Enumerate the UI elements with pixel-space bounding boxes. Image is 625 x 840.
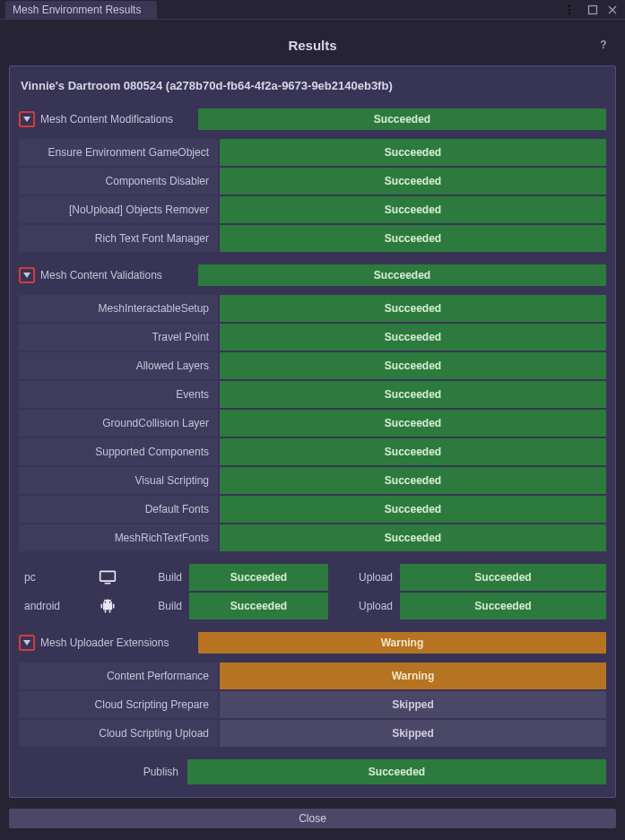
result-row: Default Fonts Succeeded [19,496,606,523]
row-label: Supported Components [19,438,218,465]
monitor-icon [89,564,126,591]
svg-point-10 [105,602,107,603]
build-label: Build [126,593,189,619]
window-maximize-icon[interactable] [586,3,600,17]
disclosure-icon[interactable] [19,267,35,283]
row-label: MeshRichTextFonts [19,524,218,551]
platform-row-pc: pc Build Succeeded Upload Succeeded [19,564,606,591]
row-label: [NoUpload] Objects Remover [19,196,218,223]
disclosure-icon[interactable] [19,635,35,651]
validations-items: MeshInteractableSetup Succeeded Travel P… [19,295,606,551]
section-modifications: Mesh Content Modifications Succeeded [19,108,606,130]
results-header: Results ? [9,38,616,53]
svg-rect-3 [589,5,597,13]
row-status: Succeeded [220,139,606,166]
row-label: Content Performance [19,662,218,689]
section-uploader: Mesh Uploader Extensions Warning [19,632,606,654]
uploader-items: Content Performance Warning Cloud Script… [19,662,606,747]
build-status: Succeeded [189,593,328,619]
row-status: Succeeded [220,524,606,551]
upload-status: Succeeded [400,593,606,619]
svg-marker-6 [23,117,30,122]
row-label: Allowed Layers [19,352,218,379]
result-row: GroundCollision Layer Succeeded [19,410,606,437]
row-label: Cloud Scripting Prepare [19,691,218,718]
row-label: Events [19,381,218,408]
row-label: Visual Scripting [19,467,218,494]
result-row: Components Disabler Succeeded [19,168,606,195]
row-label: Cloud Scripting Upload [19,720,218,747]
result-row: Travel Point Succeeded [19,324,606,351]
result-row: Cloud Scripting Prepare Skipped [19,691,606,718]
modifications-items: Ensure Environment GameObject Succeeded … [19,139,606,252]
row-status: Succeeded [220,196,606,223]
upload-label: Upload [339,593,400,619]
build-status: Succeeded [189,564,328,591]
svg-marker-18 [23,640,30,645]
window-close-icon[interactable] [605,3,620,17]
svg-point-0 [569,5,570,7]
svg-line-17 [110,600,112,602]
section-validations: Mesh Content Validations Succeeded [19,264,606,286]
section-label: Mesh Content Modifications [40,113,193,126]
window-menu-icon[interactable] [566,3,580,17]
platform-row-android: android Build Succeeded Upload Succeeded [19,593,606,619]
row-status: Succeeded [220,381,606,408]
section-label: Mesh Uploader Extensions [40,636,193,649]
result-row: Visual Scripting Succeeded [19,467,606,494]
row-status: Succeeded [220,438,606,465]
result-row: MeshRichTextFonts Succeeded [19,524,606,551]
row-status: Succeeded [220,467,606,494]
result-row: MeshInteractableSetup Succeeded [19,295,606,322]
result-row: [NoUpload] Objects Remover Succeeded [19,196,606,223]
close-button[interactable]: Close [9,809,616,828]
row-status: Succeeded [220,496,606,523]
svg-rect-9 [105,583,111,585]
row-status: Skipped [220,691,606,718]
row-status: Succeeded [220,295,606,322]
result-row: Rich Text Font Manager Succeeded [19,225,606,252]
section-status: Warning [198,632,606,654]
svg-point-1 [569,9,570,11]
results-box: Vinnie's Dartroom 080524 (a278b70d-fb64-… [9,65,616,798]
result-row: Supported Components Succeeded [19,438,606,465]
android-icon [89,593,126,619]
result-row: Content Performance Warning [19,662,606,689]
section-status: Succeeded [198,264,606,286]
row-status: Succeeded [220,225,606,252]
disclosure-icon[interactable] [19,111,35,127]
row-label: MeshInteractableSetup [19,295,218,322]
svg-rect-12 [101,604,103,609]
result-row: Events Succeeded [19,381,606,408]
platform-name: android [19,593,89,619]
row-label: Travel Point [19,324,218,351]
row-status: Succeeded [220,410,606,437]
publish-label: Publish [19,759,187,784]
row-status: Warning [220,662,606,689]
svg-line-16 [104,600,106,602]
publish-row: Publish Succeeded [19,759,606,784]
publish-status: Succeeded [187,759,606,784]
help-icon[interactable]: ? [596,38,611,52]
window-titlebar: Mesh Environment Results [0,0,625,20]
svg-rect-14 [105,610,107,612]
svg-marker-7 [23,273,30,278]
platform-name: pc [19,564,89,591]
window-title: Mesh Environment Results [5,1,157,19]
environment-name: Vinnie's Dartroom 080524 (a278b70d-fb64-… [19,77,606,100]
row-status: Succeeded [220,168,606,195]
row-label: GroundCollision Layer [19,410,218,437]
row-status: Skipped [220,720,606,747]
row-label: Default Fonts [19,496,218,523]
row-label: Components Disabler [19,168,218,195]
result-row: Allowed Layers Succeeded [19,352,606,379]
section-status: Succeeded [198,108,606,130]
row-label: Ensure Environment GameObject [19,139,218,166]
svg-point-11 [109,602,111,603]
upload-label: Upload [339,564,400,591]
svg-rect-15 [109,610,111,612]
upload-status: Succeeded [400,564,606,591]
row-status: Succeeded [220,324,606,351]
row-label: Rich Text Font Manager [19,225,218,252]
build-label: Build [126,564,189,591]
